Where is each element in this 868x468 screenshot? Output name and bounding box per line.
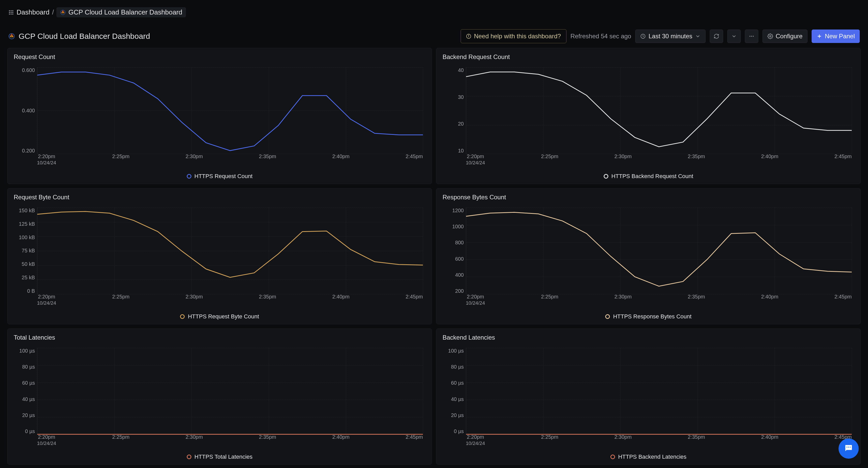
legend-swatch — [187, 174, 191, 179]
legend[interactable]: HTTPS Backend Request Count — [442, 173, 854, 180]
more-horizontal-icon — [749, 33, 754, 39]
refresh-button[interactable] — [710, 30, 723, 43]
x-tick: 2:30pm — [614, 153, 631, 166]
x-tick: 2:35pm — [259, 153, 276, 166]
x-tick: 2:25pm — [541, 434, 558, 446]
panel-backend-request-count[interactable]: Backend Request Count403020102:20pm10/24… — [436, 48, 861, 184]
svg-rect-7 — [10, 13, 12, 14]
svg-rect-3 — [9, 12, 10, 13]
x-axis: 2:20pm10/24/242:25pm2:30pm2:35pm2:40pm2:… — [37, 153, 423, 166]
legend[interactable]: HTTPS Request Byte Count — [14, 313, 426, 320]
breadcrumb-current[interactable]: GCP Cloud Load Balancer Dashboard — [56, 7, 186, 17]
y-tick: 40 µs — [451, 396, 466, 402]
chart-area: 100 µs80 µs60 µs40 µs20 µs0 µs2:20pm10/2… — [14, 343, 426, 452]
x-tick: 2:30pm — [614, 434, 631, 446]
legend-label: HTTPS Request Count — [194, 173, 253, 180]
x-axis: 2:20pm10/24/242:25pm2:30pm2:35pm2:40pm2:… — [466, 153, 852, 166]
breadcrumb-current-label: GCP Cloud Load Balancer Dashboard — [68, 8, 182, 16]
y-axis: 150 kB125 kB100 kB75 kB50 kB25 kB0 B — [14, 208, 37, 294]
y-tick: 600 — [455, 256, 466, 262]
y-tick: 50 kB — [22, 261, 37, 267]
legend-label: HTTPS Response Bytes Count — [613, 313, 691, 320]
panel-total-latencies[interactable]: Total Latencies100 µs80 µs60 µs40 µs20 µ… — [7, 328, 432, 465]
x-tick: 2:30pm — [614, 294, 631, 306]
panel-title: Total Latencies — [14, 334, 426, 341]
page-title: GCP Cloud Load Balancer Dashboard — [19, 32, 150, 41]
legend-swatch — [610, 455, 615, 459]
y-tick: 0 B — [27, 288, 37, 294]
svg-rect-0 — [9, 10, 10, 11]
svg-rect-5 — [12, 12, 13, 13]
y-tick: 40 µs — [22, 396, 37, 402]
svg-rect-20 — [848, 446, 849, 447]
legend[interactable]: HTTPS Backend Latencies — [442, 454, 854, 460]
y-tick: 80 µs — [22, 364, 37, 370]
x-tick: 2:25pm — [541, 153, 558, 166]
legend-label: HTTPS Backend Latencies — [618, 454, 686, 460]
legend[interactable]: HTTPS Response Bytes Count — [442, 313, 854, 320]
x-tick: 2:40pm — [332, 294, 350, 306]
breadcrumb: Dashboard / GCP Cloud Load Balancer Dash… — [0, 0, 868, 25]
refresh-dropdown-button[interactable] — [727, 30, 741, 43]
legend-label: HTTPS Backend Request Count — [612, 173, 693, 180]
y-axis: 100 µs80 µs60 µs40 µs20 µs0 µs — [14, 348, 37, 434]
time-range-label: Last 30 minutes — [648, 33, 692, 40]
configure-label: Configure — [776, 33, 803, 40]
new-panel-button[interactable]: New Panel — [812, 30, 860, 43]
panel-response-bytes-count[interactable]: Response Bytes Count12001000800600400200… — [436, 188, 861, 324]
plot-region — [466, 208, 852, 294]
chart-area: 403020102:20pm10/24/242:25pm2:30pm2:35pm… — [442, 63, 854, 172]
panel-request-count[interactable]: Request Count0.6000.4000.2002:20pm10/24/… — [7, 48, 432, 184]
chevron-down-icon — [695, 33, 701, 39]
svg-rect-1 — [10, 10, 12, 11]
legend-label: HTTPS Request Byte Count — [188, 313, 259, 320]
y-axis: 12001000800600400200 — [442, 208, 466, 294]
settings-icon — [767, 33, 773, 39]
time-range-button[interactable]: Last 30 minutes — [635, 30, 705, 43]
breadcrumb-separator: / — [52, 8, 54, 16]
x-tick: 2:45pm — [406, 153, 423, 166]
legend[interactable]: HTTPS Total Latencies — [14, 454, 426, 460]
more-button[interactable] — [745, 30, 758, 43]
gcp-icon — [60, 9, 66, 15]
y-tick: 0.200 — [22, 148, 37, 154]
page-header: GCP Cloud Load Balancer Dashboard Need h… — [0, 25, 868, 48]
help-button[interactable]: Need help with this dashboard? — [461, 29, 566, 43]
y-tick: 20 µs — [22, 412, 37, 418]
panel-request-byte-count[interactable]: Request Byte Count150 kB125 kB100 kB75 k… — [7, 188, 432, 324]
y-tick: 1000 — [452, 224, 466, 230]
x-tick: 2:25pm — [112, 434, 130, 446]
x-tick: 2:45pm — [834, 153, 852, 166]
x-tick: 2:35pm — [259, 434, 276, 446]
y-axis: 0.6000.4000.200 — [14, 67, 37, 154]
configure-button[interactable]: Configure — [763, 30, 807, 43]
breadcrumb-root[interactable]: Dashboard — [17, 8, 50, 16]
svg-rect-8 — [12, 13, 13, 14]
y-axis: 100 µs80 µs60 µs40 µs20 µs0 µs — [442, 348, 466, 434]
refresh-icon — [714, 33, 719, 39]
x-tick: 2:40pm — [761, 434, 778, 446]
y-tick: 800 — [455, 240, 466, 246]
x-tick: 2:25pm — [541, 294, 558, 306]
x-tick: 2:20pm10/24/24 — [466, 434, 485, 446]
svg-rect-6 — [9, 13, 10, 14]
y-tick: 30 — [458, 94, 466, 100]
legend[interactable]: HTTPS Request Count — [14, 173, 426, 180]
panel-backend-latencies[interactable]: Backend Latencies100 µs80 µs60 µs40 µs20… — [436, 328, 861, 465]
x-tick: 2:20pm10/24/24 — [37, 434, 56, 446]
refreshed-text: Refreshed 54 sec ago — [570, 33, 631, 40]
legend-swatch — [187, 455, 191, 459]
y-tick: 100 µs — [448, 348, 466, 354]
svg-point-13 — [469, 35, 469, 35]
chart-area: 100 µs80 µs60 µs40 µs20 µs0 µs2:20pm10/2… — [442, 343, 854, 452]
y-axis: 40302010 — [442, 67, 466, 154]
chat-button[interactable] — [838, 438, 859, 459]
y-tick: 25 kB — [22, 275, 37, 281]
panels-grid: Request Count0.6000.4000.2002:20pm10/24/… — [0, 48, 868, 468]
legend-swatch — [180, 314, 185, 319]
svg-rect-19 — [846, 446, 847, 447]
chart-area: 150 kB125 kB100 kB75 kB50 kB25 kB0 B2:20… — [14, 203, 426, 312]
x-tick: 2:40pm — [761, 294, 778, 306]
x-tick: 2:45pm — [834, 294, 852, 306]
legend-label: HTTPS Total Latencies — [194, 454, 253, 460]
